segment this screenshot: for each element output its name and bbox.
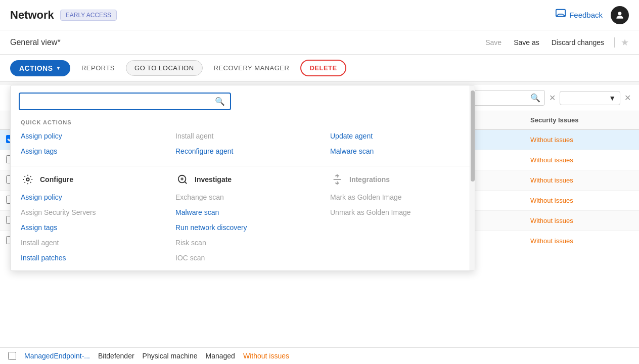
header: Network EARLY ACCESS Feedback xyxy=(0,0,639,30)
feedback-icon xyxy=(555,8,566,22)
toolbar: ACTIONS ▼ REPORTS GO TO LOCATION RECOVER… xyxy=(0,55,639,82)
subheader-actions: Save Save as Discard changes ★ xyxy=(481,36,629,49)
subheader: General view* Save Save as Discard chang… xyxy=(0,30,639,55)
early-access-badge: EARLY ACCESS xyxy=(60,10,117,21)
goto-button[interactable]: GO TO LOCATION xyxy=(126,60,203,76)
app-title: Network xyxy=(10,9,54,22)
avatar[interactable] xyxy=(611,6,629,24)
header-left: Network EARLY ACCESS xyxy=(10,9,117,22)
view-title: General view* xyxy=(10,38,61,47)
delete-button[interactable]: DELETE xyxy=(300,60,346,76)
save-button[interactable]: Save xyxy=(481,36,506,49)
feedback-button[interactable]: Feedback xyxy=(555,8,603,22)
arrow-icon: ▼ xyxy=(56,65,61,71)
star-button[interactable]: ★ xyxy=(621,37,629,48)
svg-point-2 xyxy=(618,12,622,15)
divider xyxy=(614,37,615,48)
header-right: Feedback xyxy=(555,6,629,24)
feedback-label: Feedback xyxy=(569,11,603,19)
actions-button[interactable]: ACTIONS ▼ xyxy=(10,60,70,76)
save-as-button[interactable]: Save as xyxy=(510,36,543,49)
recovery-button[interactable]: RECOVERY MANAGER xyxy=(207,60,297,76)
reports-button[interactable]: REPORTS xyxy=(74,60,122,76)
discard-button[interactable]: Discard changes xyxy=(547,36,608,49)
